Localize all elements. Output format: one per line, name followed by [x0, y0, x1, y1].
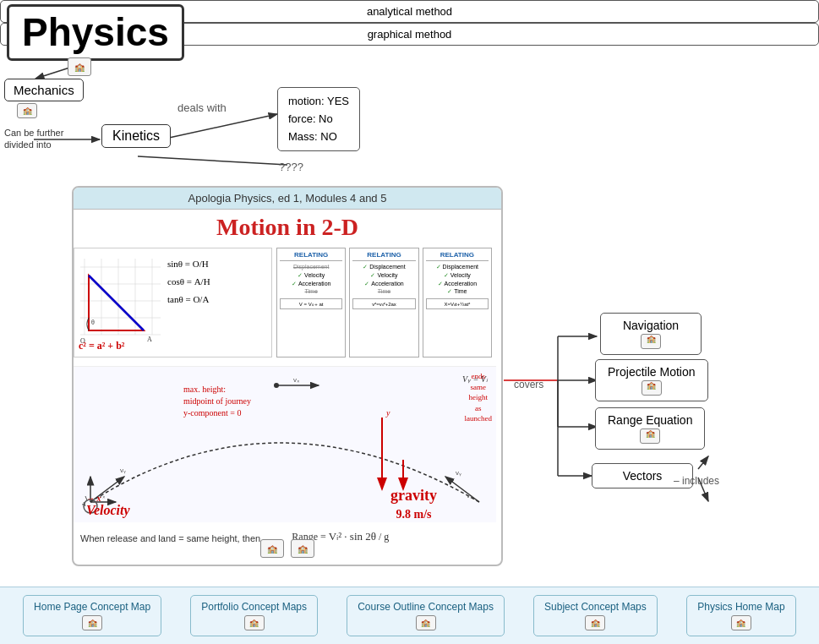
- motion-line3: Mass: NO: [288, 128, 349, 146]
- physics-title: Physics: [7, 4, 184, 61]
- physics-icon[interactable]: 🏫: [68, 57, 91, 76]
- relating-slides: RELATING Displacement ✓Velocity ✓Acceler…: [276, 248, 492, 357]
- svg-text:vₓ: vₓ: [467, 492, 473, 499]
- svg-point-39: [274, 383, 279, 388]
- time-1: Time: [305, 287, 318, 296]
- math-content: O A θ sinθ = O/H cosθ = A/H tanθ = O/A c…: [74, 248, 271, 357]
- range-equation-label: Range Equation: [608, 413, 692, 427]
- range-equation-node[interactable]: Range Equation 🏫: [595, 407, 705, 450]
- eq-1: V = V₀ + at: [280, 298, 342, 309]
- navigation-node[interactable]: Navigation 🏫: [600, 313, 702, 355]
- svg-text:θ: θ: [91, 319, 95, 326]
- cos-formula: cosθ = A/H: [167, 273, 210, 291]
- portfolio-icon[interactable]: 🏫: [244, 615, 265, 630]
- ends-same-height: endssameheightaslaunched: [465, 371, 492, 424]
- covers-text: covers: [514, 379, 543, 390]
- projectile-motion-label: Projectile Motion: [608, 365, 696, 379]
- svg-line-4: [169, 114, 277, 138]
- relating-header-3: RELATING: [426, 251, 489, 261]
- graphical-method-label: graphical method: [368, 28, 452, 41]
- mechanics-icon[interactable]: 🏫: [17, 101, 37, 118]
- acceleration-3: ✓Acceleration: [438, 280, 478, 288]
- frame-title: Motion in 2-D: [74, 210, 501, 248]
- subject-concept-button[interactable]: Subject Concept Maps 🏫: [533, 595, 658, 636]
- deals-with-text: deals with: [177, 101, 227, 114]
- svg-line-35: [445, 477, 479, 502]
- velocity-2: ✓Velocity: [370, 271, 397, 280]
- bottom-text: When release and land = same height, the…: [80, 533, 270, 543]
- sin-formula: sinθ = O/H: [167, 255, 210, 273]
- relating-header-1: RELATING: [280, 251, 342, 261]
- max-height-label: max. height:midpoint of journeyy-compone…: [183, 384, 251, 419]
- svg-text:vᵧ: vᵧ: [120, 467, 126, 474]
- analytical-method-label: analytical method: [367, 5, 452, 18]
- subject-concept-icon[interactable]: 🏫: [585, 615, 605, 630]
- svg-text:vₓ: vₓ: [293, 376, 300, 384]
- time-2: Time: [378, 287, 390, 296]
- portfolio-button[interactable]: Portfolio Concept Maps 🏫: [190, 595, 318, 636]
- eq-2: v²=v₀²+2ax: [352, 298, 415, 309]
- course-outline-label: Course Outline Concept Maps: [358, 601, 494, 613]
- home-page-label: Home Page Concept Map: [34, 601, 150, 613]
- projectile-motion-icon[interactable]: 🏫: [642, 380, 662, 396]
- pythagorean-formula: c² = a² + b²: [79, 340, 124, 352]
- svg-line-5: [138, 156, 287, 165]
- eq-3: X=V₀t+½at²: [426, 298, 489, 309]
- main-frame: Apologia Physics, ed 1, Modules 4 and 5 …: [72, 186, 503, 566]
- subject-concept-label: Subject Concept Maps: [544, 601, 647, 613]
- physics-home-label: Physics Home Map: [697, 601, 784, 613]
- range-equation-icon[interactable]: 🏫: [640, 428, 660, 444]
- velocity-3: ✓Velocity: [444, 271, 471, 280]
- frame-header: Apologia Physics, ed 1, Modules 4 and 5: [74, 188, 501, 210]
- portfolio-label: Portfolio Concept Maps: [201, 601, 307, 613]
- tan-formula: tanθ = O/A: [167, 291, 210, 308]
- svg-text:y: y: [385, 408, 390, 418]
- course-outline-icon[interactable]: 🏫: [416, 615, 436, 630]
- relating-slide-3: RELATING ✓Displacement ✓Velocity ✓Accele…: [423, 248, 492, 357]
- svg-text:A: A: [147, 336, 152, 343]
- gravity-label: gravity9.8 m/s: [390, 487, 437, 522]
- kinetics-node[interactable]: Kinetics: [101, 124, 171, 148]
- vectors-label: Vectors: [623, 469, 663, 483]
- math-slide: O A θ sinθ = O/H cosθ = A/H tanθ = O/A c…: [74, 248, 272, 357]
- velocity-1: ✓Velocity: [298, 271, 325, 280]
- arc-area: y vₓ vᵧ vₓ vᵧ vₓ Vᵧ = Vᵢ max. he: [74, 366, 496, 522]
- displacement-2: ✓Displacement: [363, 263, 405, 271]
- physics-home-icon[interactable]: 🏫: [731, 615, 751, 630]
- relating-slide-1: RELATING Displacement ✓Velocity ✓Acceler…: [276, 248, 346, 357]
- frame-icon-2[interactable]: 🏫: [291, 539, 314, 558]
- home-page-button[interactable]: Home Page Concept Map 🏫: [23, 595, 161, 636]
- svg-line-14: [698, 456, 708, 469]
- mechanics-node[interactable]: Mechanics: [4, 79, 84, 101]
- mechanics-icon-box[interactable]: 🏫: [17, 103, 37, 118]
- home-page-icon[interactable]: 🏫: [82, 615, 102, 630]
- navigation-icon[interactable]: 🏫: [641, 334, 661, 349]
- acceleration-1: ✓Acceleration: [292, 280, 331, 288]
- relating-slide-2: RELATING ✓Displacement ✓Velocity ✓Accele…: [349, 248, 418, 357]
- question-marks: ????: [279, 161, 303, 173]
- motion-box: motion: YES force: No Mass: NO: [277, 87, 360, 151]
- bottom-nav: Home Page Concept Map 🏫 Portfolio Concep…: [0, 587, 819, 644]
- displacement-1: Displacement: [293, 263, 329, 271]
- svg-text:vᵧ: vᵧ: [456, 469, 461, 477]
- time-3: ✓Time: [447, 287, 467, 296]
- acceleration-2: ✓Acceleration: [364, 280, 404, 288]
- physics-home-button[interactable]: Physics Home Map 🏫: [686, 595, 796, 636]
- displacement-3: ✓Displacement: [436, 263, 478, 271]
- velocity-label: → x Velocity: [86, 494, 130, 518]
- motion-line2: force: No: [288, 111, 349, 128]
- navigation-label: Navigation: [623, 319, 679, 332]
- relating-header-2: RELATING: [352, 251, 415, 261]
- frame-icon-1[interactable]: 🏫: [260, 539, 284, 558]
- motion-line1: motion: YES: [288, 93, 349, 111]
- divided-text: Can be furtherdivided into: [4, 127, 63, 151]
- includes-text: – includes: [674, 475, 719, 487]
- course-outline-button[interactable]: Course Outline Concept Maps 🏫: [347, 595, 505, 636]
- frame-bottom-icons: 🏫 🏫: [260, 539, 314, 558]
- projectile-motion-node[interactable]: Projectile Motion 🏫: [595, 359, 708, 401]
- physics-icon-box[interactable]: 🏫: [68, 57, 91, 76]
- frame-content: O A θ sinθ = O/H cosθ = A/H tanθ = O/A c…: [74, 248, 501, 557]
